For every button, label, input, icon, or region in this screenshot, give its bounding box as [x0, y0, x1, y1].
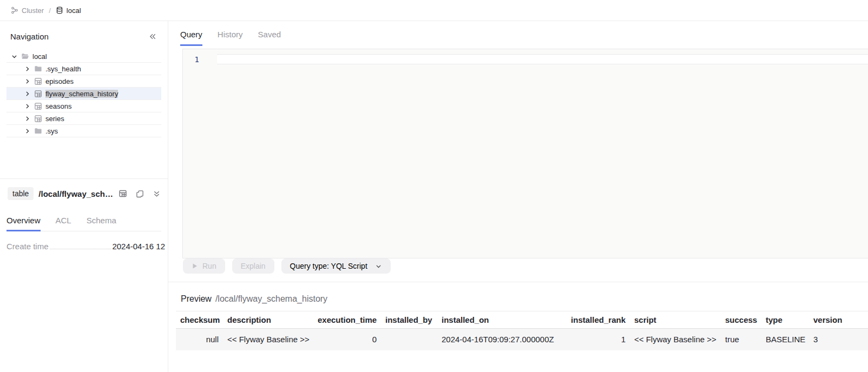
entity-tabs: Overview ACL Schema [6, 216, 161, 231]
folder-open-icon [21, 52, 29, 61]
explain-button[interactable]: Explain [232, 258, 274, 274]
tab-saved[interactable]: Saved [258, 30, 281, 46]
tree-item-seasons[interactable]: seasons [6, 100, 161, 112]
query-panel: Query History Saved 1 Run Explain Query … [168, 21, 868, 372]
table-icon [34, 115, 42, 123]
column-header-installed-by[interactable]: installed_by [381, 311, 437, 329]
preview-table-header-row: checksum description execution_time inst… [176, 311, 868, 329]
chevron-right-icon[interactable] [24, 90, 31, 97]
preview-path: /local/flyway_schema_history [215, 294, 327, 304]
tab-overview[interactable]: Overview [6, 216, 41, 231]
folder-icon [34, 127, 42, 135]
tree-item-sys[interactable]: .sys [6, 125, 161, 137]
query-type-label: Query type: YQL Script [290, 262, 367, 270]
cell-installed-rank: 1 [567, 329, 630, 350]
tree-item-label: series [45, 115, 64, 123]
column-header-script[interactable]: script [630, 311, 721, 329]
navigation-tree: local .sys_health [0, 50, 168, 137]
chevron-right-icon[interactable] [24, 115, 31, 122]
column-header-checksum[interactable]: checksum [176, 311, 223, 329]
tree-item-label: seasons [45, 102, 71, 110]
preview-title: Preview [181, 294, 212, 304]
left-panel: Navigation local [0, 21, 168, 372]
tree-item-label: .sys [45, 127, 58, 135]
column-header-type[interactable]: type [761, 311, 809, 329]
tab-history[interactable]: History [218, 30, 243, 46]
explain-button-label: Explain [241, 262, 266, 270]
chevron-right-icon[interactable] [24, 78, 31, 85]
table-icon [34, 77, 42, 85]
entity-panel: table /local/flyway_sch… Overview ACL [0, 178, 168, 372]
cell-success: true [721, 329, 761, 350]
cell-description: << Flyway Baseline >> [223, 329, 313, 350]
breadcrumb-cluster-label: Cluster [22, 6, 44, 15]
info-value: 2024-04-16 12 [112, 242, 165, 251]
copy-icon[interactable] [136, 190, 144, 198]
column-header-version[interactable]: version [809, 311, 868, 329]
navigation-title: Navigation [10, 32, 49, 41]
column-header-success[interactable]: success [721, 311, 761, 329]
tree-item-episodes[interactable]: episodes [6, 75, 161, 88]
chevron-right-icon[interactable] [24, 103, 31, 110]
navigation-panel: Navigation local [0, 21, 168, 178]
cell-checksum: null [176, 329, 223, 350]
tree-item-local[interactable]: local [6, 50, 161, 63]
entity-type-badge: table [8, 187, 34, 200]
preview-table: checksum description execution_time inst… [176, 311, 868, 350]
tree-item-flyway-schema-history[interactable]: flyway_schema_history [6, 88, 161, 100]
tab-schema[interactable]: Schema [87, 216, 116, 231]
chevron-down-icon[interactable] [11, 53, 18, 60]
editor-line-number: 1 [183, 55, 199, 64]
tree-item-label: episodes [45, 77, 74, 85]
info-row-create-time: Create time 2024-04-16 12 [6, 242, 165, 251]
query-actions: Run Explain Query type: YQL Script [183, 258, 868, 274]
breadcrumb: Cluster / local [0, 0, 868, 21]
table-preview-icon[interactable] [119, 189, 127, 198]
editor-active-line [217, 54, 868, 64]
column-header-installed-on[interactable]: installed_on [437, 311, 567, 329]
entity-path: /local/flyway_sch… [38, 189, 113, 198]
tree-item-label: flyway_schema_history [45, 90, 118, 98]
folder-icon [34, 65, 42, 73]
dotted-leader [50, 249, 111, 249]
tab-acl[interactable]: ACL [56, 216, 71, 231]
tree-item-label: .sys_health [45, 65, 81, 73]
query-tabs: Query History Saved [168, 21, 868, 45]
table-icon [34, 90, 42, 98]
breadcrumb-database-label: local [67, 6, 81, 15]
play-icon [192, 263, 198, 269]
column-header-execution-time[interactable]: execution_time [313, 311, 381, 329]
table-row[interactable]: null << Flyway Baseline >> 0 2024-04-16T… [176, 329, 868, 350]
cell-installed-on: 2024-04-16T09:09:27.000000Z [437, 329, 567, 350]
cell-execution-time: 0 [313, 329, 381, 350]
chevron-right-icon[interactable] [24, 65, 31, 72]
double-chevron-down-icon[interactable] [153, 190, 161, 198]
breadcrumb-cluster[interactable]: Cluster [11, 6, 44, 15]
tree-item-series[interactable]: series [6, 112, 161, 125]
run-button[interactable]: Run [183, 258, 225, 274]
tree-item-label: local [32, 52, 47, 61]
breadcrumb-separator: / [49, 6, 51, 15]
query-editor[interactable]: 1 [182, 49, 868, 258]
column-header-installed-rank[interactable]: installed_rank [567, 311, 630, 329]
column-header-description[interactable]: description [223, 311, 313, 329]
chevron-down-icon [375, 263, 382, 270]
cell-version: 3 [809, 329, 868, 350]
database-icon [56, 6, 63, 14]
tree-item-sys-health[interactable]: .sys_health [6, 63, 161, 75]
info-label: Create time [6, 242, 49, 251]
chevron-right-icon[interactable] [24, 128, 31, 135]
query-type-dropdown[interactable]: Query type: YQL Script [281, 258, 391, 274]
cell-type: BASELINE [761, 329, 809, 350]
tab-query[interactable]: Query [180, 30, 202, 46]
cell-script: << Flyway Baseline >> [630, 329, 721, 350]
breadcrumb-database[interactable]: local [56, 6, 81, 15]
preview-header: Preview /local/flyway_schema_history [181, 294, 868, 304]
section-divider [168, 282, 868, 282]
run-button-label: Run [202, 262, 216, 270]
cluster-icon [11, 6, 18, 14]
table-icon [34, 102, 42, 110]
double-chevron-left-icon[interactable] [149, 32, 157, 41]
cell-installed-by [381, 329, 437, 350]
